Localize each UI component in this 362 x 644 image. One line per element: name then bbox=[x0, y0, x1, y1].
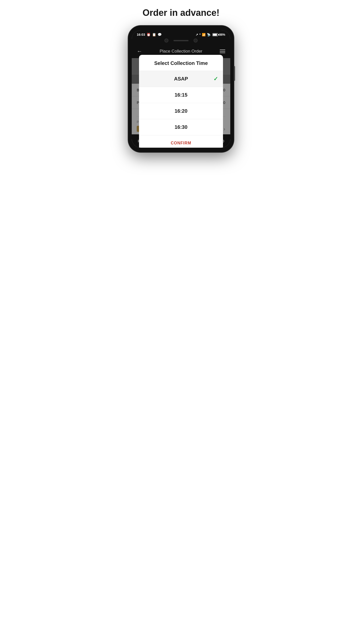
phone-frame: 16:03 ⏰ 📋 💬 ↗ * 📶 📡 86% bbox=[128, 26, 234, 152]
alarm-icon: ⏰ bbox=[147, 33, 151, 36]
time-option-1620[interactable]: 16:20 bbox=[139, 103, 223, 119]
menu-line-2 bbox=[220, 51, 225, 52]
time-option-1615[interactable]: 16:15 bbox=[139, 87, 223, 103]
time-display: 16:03 bbox=[137, 33, 145, 36]
speaker bbox=[173, 40, 189, 41]
bluetooth-icon: * bbox=[199, 33, 201, 36]
app-content: Collect ASAP ∨ BASKET Breaded Brie Chees… bbox=[132, 58, 230, 148]
back-button[interactable]: ← bbox=[137, 48, 142, 55]
menu-line-3 bbox=[220, 53, 225, 53]
time-label-asap: ASAP bbox=[174, 76, 188, 82]
confirm-button[interactable]: CONFIRM bbox=[139, 135, 223, 148]
time-label-1615: 16:15 bbox=[174, 92, 187, 98]
modal-title: Select Collection Time bbox=[139, 55, 223, 71]
status-bar: 16:03 ⏰ 📋 💬 ↗ * 📶 📡 86% bbox=[132, 30, 230, 38]
page-title: Order in advance! bbox=[143, 8, 219, 18]
collection-time-modal: Select Collection Time ASAP ✓ 16:15 16:2… bbox=[139, 55, 223, 148]
camera-bar bbox=[132, 38, 230, 45]
modal-overlay: Select Collection Time ASAP ✓ 16:15 16:2… bbox=[132, 58, 230, 148]
menu-line-1 bbox=[220, 50, 225, 50]
nav-title: Place Collection Order bbox=[160, 49, 202, 54]
battery-icon bbox=[212, 33, 218, 36]
check-icon: ✓ bbox=[213, 76, 218, 82]
whatsapp-icon: 💬 bbox=[158, 33, 162, 36]
menu-button[interactable] bbox=[220, 50, 225, 53]
phone-screen: 16:03 ⏰ 📋 💬 ↗ * 📶 📡 86% bbox=[132, 30, 230, 148]
time-option-1630[interactable]: 16:30 bbox=[139, 119, 223, 135]
time-option-asap[interactable]: ASAP ✓ bbox=[139, 71, 223, 87]
sim-icon: 📋 bbox=[152, 33, 156, 36]
time-label-1620: 16:20 bbox=[174, 108, 187, 114]
signal-icon: 📶 bbox=[202, 33, 206, 36]
wifi-icon: 📡 bbox=[207, 33, 211, 36]
battery-percent: 86% bbox=[219, 33, 225, 36]
camera-left bbox=[164, 38, 168, 43]
camera-right bbox=[194, 38, 198, 43]
time-label-1630: 16:30 bbox=[174, 124, 187, 130]
status-left: 16:03 ⏰ 📋 💬 bbox=[137, 33, 162, 36]
location-icon: ↗ bbox=[196, 33, 198, 36]
status-right: ↗ * 📶 📡 86% bbox=[196, 33, 225, 36]
